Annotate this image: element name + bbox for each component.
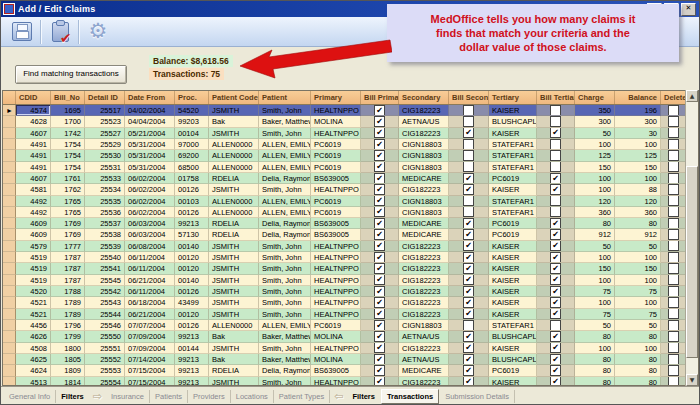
tab-providers[interactable]: Providers	[188, 390, 231, 403]
bill-secondary-checkbox[interactable]	[463, 116, 474, 127]
row-selector[interactable]	[3, 286, 16, 297]
bill-primary-checkbox[interactable]: ✔	[374, 241, 385, 252]
bill-secondary-checkbox[interactable]: ✔	[463, 343, 474, 354]
bill-primary-checkbox[interactable]: ✔	[374, 207, 385, 218]
bill-primary-checkbox[interactable]: ✔	[374, 162, 385, 173]
delete-checkbox[interactable]	[668, 297, 679, 308]
bill-primary-checkbox[interactable]: ✔	[374, 139, 385, 150]
delete-checkbox[interactable]	[668, 196, 679, 207]
bill-primary-checkbox[interactable]: ✔	[374, 184, 385, 195]
row-selector[interactable]	[3, 218, 16, 229]
table-row[interactable]: 449217652553506/02/200400103ALLEN0000ALL…	[3, 196, 698, 207]
column-header-primary[interactable]: Primary	[311, 91, 361, 104]
table-row[interactable]: 449117542553105/31/200468500ALLEN0000ALL…	[3, 162, 698, 173]
column-header-detail-id[interactable]: Detail ID	[85, 91, 125, 104]
bill-primary-checkbox[interactable]: ✔	[374, 150, 385, 161]
tab-locations[interactable]: Locations	[231, 390, 274, 403]
table-row[interactable]: 462817002552304/04/200499203BakBaker, Ma…	[3, 116, 698, 127]
bill-tertiary-checkbox[interactable]: ✔	[550, 331, 561, 342]
delete-checkbox[interactable]	[668, 263, 679, 274]
bill-tertiary-checkbox[interactable]: ✔	[550, 173, 561, 184]
table-row[interactable]: 460717422552705/21/200400104JSMITHSmith,…	[3, 128, 698, 139]
bill-secondary-checkbox[interactable]: ✔	[463, 218, 474, 229]
bill-tertiary-checkbox[interactable]: ✔	[550, 286, 561, 297]
bill-secondary-checkbox[interactable]	[463, 320, 474, 331]
delete-checkbox[interactable]	[668, 207, 679, 218]
bill-secondary-checkbox[interactable]: ✔	[463, 275, 474, 286]
bill-secondary-checkbox[interactable]: ✔	[463, 128, 474, 139]
table-row[interactable]: 452017882554206/11/200400126JSMITHSmith,…	[3, 286, 698, 297]
row-selector[interactable]	[3, 162, 16, 173]
table-row[interactable]: 451917872554506/21/200400140JSMITHSmith,…	[3, 275, 698, 286]
table-row[interactable]: 460717612553306/02/200401758RDELIADelia,…	[3, 173, 698, 184]
table-row[interactable]: 462418092555307/15/200499213RDELIADelia,…	[3, 365, 698, 376]
bill-tertiary-checkbox[interactable]: ✔	[550, 252, 561, 263]
row-selector[interactable]	[3, 275, 16, 286]
column-header-patient-code[interactable]: Patient Code	[209, 91, 259, 104]
tab-patients[interactable]: Patients	[150, 390, 188, 403]
table-row[interactable]: 449217652553606/02/200400126ALLEN0000ALL…	[3, 207, 698, 218]
table-row[interactable]: 451318142555407/15/200499213JSMITHSmith,…	[3, 377, 698, 387]
delete-checkbox[interactable]	[668, 139, 679, 150]
bill-primary-checkbox[interactable]: ✔	[374, 343, 385, 354]
row-selector[interactable]: ►	[3, 105, 16, 116]
bill-secondary-checkbox[interactable]	[463, 105, 474, 116]
row-selector[interactable]	[3, 241, 16, 252]
bill-primary-checkbox[interactable]: ✔	[374, 196, 385, 207]
column-header-secondary[interactable]: Secondary	[399, 91, 449, 104]
bill-secondary-checkbox[interactable]: ✔	[463, 377, 474, 387]
settings-button[interactable]: ⚙	[83, 19, 113, 45]
bill-tertiary-checkbox[interactable]: ✔	[550, 229, 561, 240]
bill-tertiary-checkbox[interactable]: ✔	[550, 184, 561, 195]
delete-checkbox[interactable]	[668, 252, 679, 263]
scroll-down-button[interactable]: ▼	[686, 374, 698, 386]
table-row[interactable]: 451917872554006/11/200400120JSMITHSmith,…	[3, 252, 698, 263]
bill-tertiary-checkbox[interactable]	[550, 105, 561, 116]
delete-checkbox[interactable]	[668, 150, 679, 161]
row-selector[interactable]	[3, 377, 16, 387]
table-row[interactable]: 462518052555207/14/200499213BakBaker, Ma…	[3, 354, 698, 365]
bill-secondary-checkbox[interactable]	[463, 207, 474, 218]
delete-checkbox[interactable]	[668, 309, 679, 320]
delete-checkbox[interactable]	[668, 331, 679, 342]
bill-secondary-checkbox[interactable]: ✔	[463, 263, 474, 274]
table-row[interactable]: 449117542553005/31/200469200ALLEN0000ALL…	[3, 150, 698, 161]
table-row[interactable]: 451917872554106/11/200400120JSMITHSmith,…	[3, 263, 698, 274]
bill-secondary-checkbox[interactable]	[463, 162, 474, 173]
column-header-bill-tertiary[interactable]: Bill Tertiary	[537, 91, 575, 104]
column-header-delete[interactable]: Delete	[661, 91, 687, 104]
delete-checkbox[interactable]	[668, 275, 679, 286]
scrollbar-thumb[interactable]	[686, 166, 698, 358]
delete-checkbox[interactable]	[668, 229, 679, 240]
bill-tertiary-checkbox[interactable]: ✔	[550, 275, 561, 286]
bill-secondary-checkbox[interactable]: ✔	[463, 354, 474, 365]
table-row[interactable]: 449117542552905/31/200497000ALLEN0000ALL…	[3, 139, 698, 150]
delete-checkbox[interactable]	[668, 184, 679, 195]
bill-tertiary-checkbox[interactable]	[550, 162, 561, 173]
bill-tertiary-checkbox[interactable]: ✔	[550, 218, 561, 229]
column-header-charge[interactable]: Charge	[575, 91, 615, 104]
row-selector[interactable]	[3, 139, 16, 150]
tab-general-info[interactable]: General Info	[4, 390, 56, 403]
tab-filters[interactable]: Filters	[56, 390, 89, 403]
table-row[interactable]: 452117892554406/21/200400120JSMITHSmith,…	[3, 309, 698, 320]
delete-checkbox[interactable]	[668, 218, 679, 229]
bill-secondary-checkbox[interactable]: ✔	[463, 331, 474, 342]
vertical-scrollbar[interactable]: ▲ ▼	[685, 90, 698, 386]
table-row[interactable]: 458117622553406/02/200400126JSMITHSmith,…	[3, 184, 698, 195]
bill-primary-checkbox[interactable]: ✔	[374, 297, 385, 308]
column-header-proc[interactable]: Proc.	[175, 91, 209, 104]
bill-secondary-checkbox[interactable]	[463, 150, 474, 161]
table-row[interactable]: 462617992555007/09/200499213BakBaker, Ma…	[3, 331, 698, 342]
bill-primary-checkbox[interactable]: ✔	[374, 116, 385, 127]
bill-tertiary-checkbox[interactable]	[550, 320, 561, 331]
column-header-tertiary[interactable]: Tertiary	[489, 91, 537, 104]
bill-tertiary-checkbox[interactable]: ✔	[550, 128, 561, 139]
row-selector[interactable]	[3, 365, 16, 376]
row-selector[interactable]	[3, 207, 16, 218]
bill-primary-checkbox[interactable]: ✔	[374, 354, 385, 365]
scroll-up-button[interactable]: ▲	[686, 90, 698, 102]
column-header-bill-primary[interactable]: Bill Primary	[361, 91, 399, 104]
row-selector[interactable]	[3, 320, 16, 331]
bill-primary-checkbox[interactable]: ✔	[374, 365, 385, 376]
